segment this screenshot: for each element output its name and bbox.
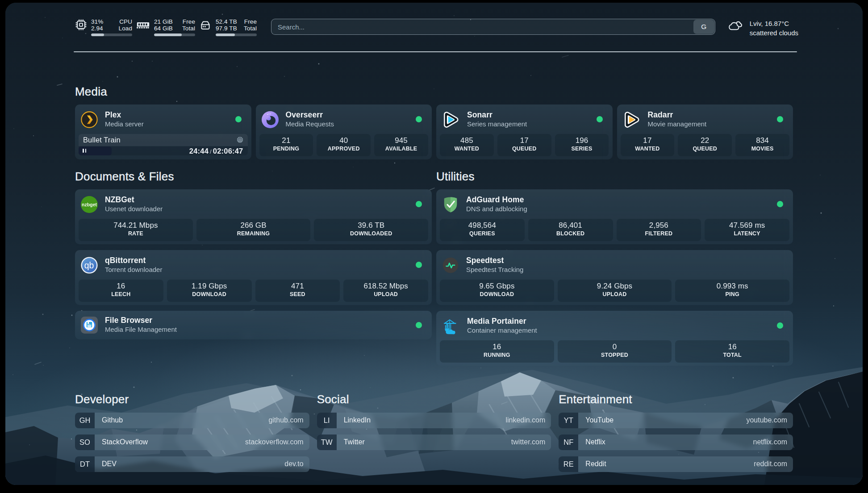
bookmark-name[interactable]: YouTube xyxy=(585,416,613,424)
bookmark-url: twitter.com xyxy=(511,438,545,446)
stats-row: 498,564 QUERIES 86,401 BLOCKED 2,956 FIL… xyxy=(440,219,789,241)
status-dot-online xyxy=(777,322,783,329)
bookmark-row[interactable]: NF Netflix netflix.com xyxy=(559,435,793,450)
status-dot-online xyxy=(777,201,783,207)
service-name[interactable]: Plex xyxy=(105,110,144,120)
adguard-logo xyxy=(442,196,459,213)
resource-text-rows: 31% 2.94 CPU Load xyxy=(91,19,132,32)
stat-box: 618.52 Mbps UPLOAD xyxy=(343,280,428,302)
bookmark-abbr: RE xyxy=(559,456,578,472)
stats-row: 16 RUNNING 0 STOPPED 16 TOTAL xyxy=(440,340,789,363)
stat-box: 9.24 Gbps UPLOAD xyxy=(558,280,672,302)
clouds-icon xyxy=(727,19,742,31)
status-dot-online xyxy=(416,201,422,207)
service-name[interactable]: NZBGet xyxy=(105,195,163,205)
bookmark-abbr: DT xyxy=(75,456,95,472)
service-name[interactable]: File Browser xyxy=(105,316,177,325)
bookmark-abbr: NF xyxy=(559,435,578,450)
bookmark-row[interactable]: LI LinkedIn linkedin.com xyxy=(317,413,551,428)
bookmark-row[interactable]: RE Reddit reddit.com xyxy=(559,456,793,472)
bookmark-row[interactable]: GH Github github.com xyxy=(75,413,309,428)
bookmark-name[interactable]: DEV xyxy=(102,460,117,468)
bookmark-row[interactable]: DT DEV dev.to xyxy=(75,456,309,472)
bookmark-row[interactable]: TW Twitter twitter.com xyxy=(317,435,551,450)
service-card-plex[interactable]: Plex Media server Bullet Train 24:44/02:… xyxy=(75,104,251,159)
bookmark-name[interactable]: Netflix xyxy=(585,438,605,446)
section-title-utilities: Utilities xyxy=(436,170,793,184)
resource-labels-column: Free Total xyxy=(244,19,257,32)
svg-text:nzbget: nzbget xyxy=(82,202,97,207)
bookmark-url: github.com xyxy=(268,416,303,424)
nzbget-logo: nzbget xyxy=(81,196,98,213)
service-card-nzbget[interactable]: nzbget NZBGet Usenet downloader 744.21 M… xyxy=(75,189,432,244)
stat-box: 1.19 Gbps DOWNLOAD xyxy=(167,280,252,302)
stat-box: 2,956 FILTERED xyxy=(617,219,701,241)
bookmark-name[interactable]: Reddit xyxy=(585,460,606,468)
service-title-block: File Browser Media File Management xyxy=(105,316,177,334)
stat-value: 16 xyxy=(675,343,789,351)
stat-box: 47.569 ms LATENCY xyxy=(705,219,789,241)
stat-value: 16 xyxy=(79,282,163,291)
resource-label-1: Free xyxy=(182,19,195,25)
stat-label: AVAILABLE xyxy=(374,146,428,152)
bookmark-url: reddit.com xyxy=(754,460,787,468)
weather-widget[interactable]: Lviv, 16.87°C scattered clouds xyxy=(727,19,798,38)
resource-label-2: Total xyxy=(244,25,257,32)
stat-box: 945 AVAILABLE xyxy=(374,134,428,156)
resource-widget: 31% 2.94 CPU Load xyxy=(75,19,132,36)
service-card-sonarr[interactable]: Sonarr Series management 485 WANTED 17 Q… xyxy=(436,104,613,159)
pause-icon[interactable] xyxy=(83,149,86,153)
resource-progress-fill xyxy=(91,33,104,36)
service-name[interactable]: Media Portainer xyxy=(467,317,537,326)
search-provider-button[interactable]: G xyxy=(693,20,714,34)
bookmark-row[interactable]: YT YouTube youtube.com xyxy=(559,413,793,428)
search-input[interactable] xyxy=(271,19,715,35)
stat-box: 39.6 TB DOWNLOADED xyxy=(314,219,428,241)
service-description: DNS and adblocking xyxy=(466,205,527,213)
resource-progress-track xyxy=(154,33,195,36)
stat-label: BLOCKED xyxy=(528,230,613,237)
stat-label: PENDING xyxy=(259,146,313,152)
service-name[interactable]: Overseerr xyxy=(286,110,334,120)
stats-row: 17 WANTED 22 QUEUED 834 MOVIES xyxy=(621,134,790,156)
resource-values-column: 21 GiB 64 GiB xyxy=(154,19,173,32)
service-name[interactable]: Sonarr xyxy=(467,110,527,120)
section-title-documents: Documents & Files xyxy=(75,170,432,184)
service-card-qbittorrent[interactable]: qb qBittorrent Torrent downloader 16 LEE… xyxy=(75,250,432,305)
header-divider xyxy=(74,51,797,52)
weather-condition: scattered clouds xyxy=(750,29,798,38)
resource-values-column: 31% 2.94 xyxy=(91,19,103,32)
resource-progress-track xyxy=(216,33,257,36)
bookmark-name[interactable]: Twitter xyxy=(344,438,365,446)
stats-row: 744.21 Mbps RATE 266 GB REMAINING 39.6 T… xyxy=(79,219,428,241)
service-description: Container management xyxy=(467,326,537,334)
bookmark-url: stackoverflow.com xyxy=(245,438,304,446)
stat-label: LEECH xyxy=(79,291,163,298)
playback-time: 24:44/02:06:47 xyxy=(189,146,243,155)
service-card-filebrowser[interactable]: File Browser Media File Management xyxy=(75,311,432,339)
now-playing-widget: Bullet Train 24:44/02:06:47 xyxy=(79,134,248,155)
bookmark-row[interactable]: SO StackOverflow stackoverflow.com xyxy=(75,435,309,450)
resource-progress-fill xyxy=(154,33,182,36)
service-card-overseerr[interactable]: Overseerr Media Requests 21 PENDING 40 A… xyxy=(256,104,432,159)
svg-text:qb: qb xyxy=(84,260,94,270)
service-name[interactable]: qBittorrent xyxy=(105,256,162,265)
bookmark-name[interactable]: Github xyxy=(102,416,123,424)
bookmark-name[interactable]: StackOverflow xyxy=(102,438,148,446)
bookmark-group-title: Developer xyxy=(75,393,309,406)
stat-box: 485 WANTED xyxy=(440,134,494,156)
bookmark-name[interactable]: LinkedIn xyxy=(344,416,371,424)
service-card-speedtest[interactable]: Speedtest Speedtest Tracking 9.65 Gbps D… xyxy=(436,250,793,305)
service-name[interactable]: AdGuard Home xyxy=(466,195,527,205)
service-name[interactable]: Speedtest xyxy=(466,256,523,265)
service-name[interactable]: Radarr xyxy=(648,110,707,120)
resource-values-column: 52.4 TB 97.9 TB xyxy=(216,19,237,32)
service-card-radarr[interactable]: Radarr Movie management 17 WANTED 22 QUE… xyxy=(617,104,793,159)
service-card-adguard[interactable]: AdGuard Home DNS and adblocking 498,564 … xyxy=(436,189,793,244)
stats-row: 485 WANTED 17 QUEUED 196 SERIES xyxy=(440,134,609,156)
memory-icon xyxy=(136,19,150,31)
stat-box: 16 TOTAL xyxy=(675,340,789,363)
service-card-portainer[interactable]: Media Portainer Container management 16 … xyxy=(436,311,793,366)
now-playing-camera xyxy=(237,137,243,143)
bookmark-url: linkedin.com xyxy=(505,416,545,424)
